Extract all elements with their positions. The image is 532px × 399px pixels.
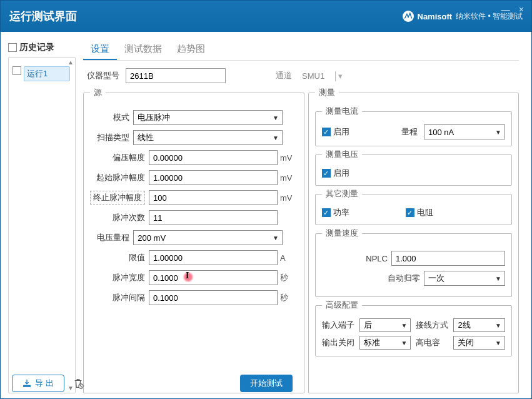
pgap-label: 脉冲间隔 (90, 292, 145, 303)
window-title: 运行测试界面 (9, 9, 403, 24)
advanced-group: 高级配置 输入端子 ▼ 接线方式 ▼ 输出关闭 ▼ 高电容 ▼ (315, 300, 512, 356)
out-off-select[interactable]: ▼ (359, 336, 411, 350)
current-enable-checkbox[interactable]: ✓启用 (322, 126, 349, 138)
app-window: 运行测试界面 Namisoft 纳米软件 • 智能测试 — × ✓ 历史记录 ▲… (0, 0, 532, 399)
measure-current-legend: 测量电流 (322, 106, 362, 117)
hicap-select[interactable]: ▼ (453, 336, 505, 350)
right-column: 设置 测试数据 趋势图 仪器型号 通道 SMU1 │▾ 源 模式 ▼ (76, 37, 519, 393)
history-item-label: 运行1 (27, 68, 48, 79)
tab-test-data[interactable]: 测试数据 (117, 39, 169, 60)
history-item-selected[interactable]: 运行1 (24, 66, 70, 81)
start-unit: mV (280, 173, 298, 183)
measure-speed-group: 测量速度 NPLC 自动归零 ▼ (315, 228, 512, 297)
current-range-select[interactable]: ▼ (424, 124, 505, 139)
mode-label: 模式 (90, 112, 129, 123)
limit-label: 限值 (90, 252, 145, 263)
hicap-label: 高电容 (416, 337, 448, 348)
history-title: 历史记录 (19, 42, 54, 53)
source-group: 源 模式 ▼ 扫描类型 ▼ 偏压幅度 mV 起始脉冲幅度 mV (83, 87, 304, 393)
count-input[interactable] (149, 210, 278, 225)
download-icon (23, 379, 31, 388)
stop-unit: mV (280, 193, 298, 203)
model-input[interactable] (126, 68, 226, 83)
body: ✓ 历史记录 ▲ ✓ 运行1 ▼ 设置 测试数据 趋势图 仪器型号 (1, 32, 531, 398)
advanced-legend: 高级配置 (322, 300, 362, 311)
measure-group: 测量 测量电流 ✓启用 量程 ▼ 测量电压 (308, 87, 519, 393)
out-off-label: 输出关闭 (322, 337, 354, 348)
scan-type-select[interactable]: ▼ (133, 130, 283, 145)
scroll-up-icon[interactable]: ▲ (68, 59, 74, 66)
history-list: ▲ ✓ 运行1 ▼ (8, 57, 76, 393)
measure-other-legend: 其它测量 (322, 188, 362, 200)
bottom-bar: 导 出 开始测试 (12, 375, 520, 392)
wiring-select[interactable]: ▼ (453, 318, 505, 332)
in-term-label: 输入端子 (322, 320, 354, 331)
namisoft-logo (403, 11, 414, 22)
pgap-unit: 秒 (280, 292, 298, 303)
vrange-label: 电压量程 (90, 232, 129, 243)
vrange-select[interactable]: ▼ (133, 230, 283, 245)
measure-legend: 测量 (315, 87, 339, 98)
measure-speed-legend: 测量速度 (322, 228, 362, 239)
measure-current-group: 测量电流 ✓启用 量程 ▼ (315, 106, 512, 146)
channel-value: SMU1 (302, 71, 324, 81)
left-column: ✓ 历史记录 ▲ ✓ 运行1 ▼ (6, 37, 76, 393)
autozero-select[interactable]: ▼ (424, 271, 505, 286)
limit-input[interactable] (149, 250, 278, 265)
trash-icon (73, 378, 84, 389)
stop-label: 终止脉冲幅度 (90, 191, 145, 205)
wiring-label: 接线方式 (416, 320, 448, 331)
pwidth-input[interactable] (149, 270, 278, 285)
current-range-label: 量程 (401, 126, 418, 138)
history-item-checkbox[interactable]: ✓ (13, 66, 21, 75)
bias-input[interactable] (149, 150, 278, 165)
export-button[interactable]: 导 出 (12, 375, 64, 392)
pgap-input[interactable] (149, 290, 278, 305)
model-label: 仪器型号 (87, 70, 119, 81)
channel-dropdown-icon[interactable]: │▾ (333, 71, 343, 81)
autozero-label: 自动归零 (388, 273, 420, 284)
scan-type-label: 扫描类型 (90, 132, 129, 143)
tab-settings[interactable]: 设置 (83, 39, 117, 60)
measure-voltage-group: 测量电压 ✓启用 (315, 149, 512, 186)
history-header: ✓ 历史记录 (8, 42, 76, 53)
start-label: 起始脉冲幅度 (90, 172, 145, 183)
in-term-select[interactable]: ▼ (359, 318, 411, 332)
source-legend: 源 (90, 87, 106, 98)
start-test-button[interactable]: 开始测试 (240, 375, 293, 392)
bias-label: 偏压幅度 (90, 152, 145, 163)
pwidth-unit: 秒 (280, 272, 298, 283)
channel-label: 通道 (276, 70, 292, 81)
start-input[interactable] (149, 170, 278, 185)
measure-voltage-legend: 测量电压 (322, 149, 362, 160)
bias-unit: mV (280, 153, 298, 163)
history-checkbox[interactable]: ✓ (8, 43, 17, 52)
window-controls: — × (501, 4, 524, 14)
stop-input[interactable] (149, 190, 278, 205)
limit-unit: A (280, 253, 298, 263)
power-checkbox[interactable]: ✓功率 (322, 207, 349, 218)
mode-select[interactable]: ▼ (133, 110, 283, 125)
titlebar: 运行测试界面 Namisoft 纳米软件 • 智能测试 — × (1, 1, 531, 32)
brand-name: Namisoft (418, 12, 453, 21)
measure-other-group: 其它测量 ✓功率 ✓电阻 (315, 188, 512, 225)
panels: 源 模式 ▼ 扫描类型 ▼ 偏压幅度 mV 起始脉冲幅度 mV (83, 87, 519, 393)
source-column: 源 模式 ▼ 扫描类型 ▼ 偏压幅度 mV 起始脉冲幅度 mV (83, 87, 304, 393)
resistance-checkbox[interactable]: ✓电阻 (406, 207, 433, 218)
close-button[interactable]: × (519, 4, 524, 14)
top-row: 仪器型号 通道 SMU1 │▾ (83, 61, 519, 87)
measure-column: 测量 测量电流 ✓启用 量程 ▼ 测量电压 (308, 87, 519, 393)
voltage-enable-checkbox[interactable]: ✓启用 (322, 168, 349, 179)
tabs: 设置 测试数据 趋势图 (83, 39, 519, 61)
pwidth-label: 脉冲宽度 (90, 272, 145, 283)
count-label: 脉冲次数 (90, 212, 145, 223)
nplc-label: NPLC (366, 254, 388, 263)
tab-trend-chart[interactable]: 趋势图 (169, 39, 213, 60)
minimize-button[interactable]: — (501, 4, 510, 14)
delete-button[interactable] (72, 376, 84, 390)
nplc-input[interactable] (391, 251, 505, 266)
